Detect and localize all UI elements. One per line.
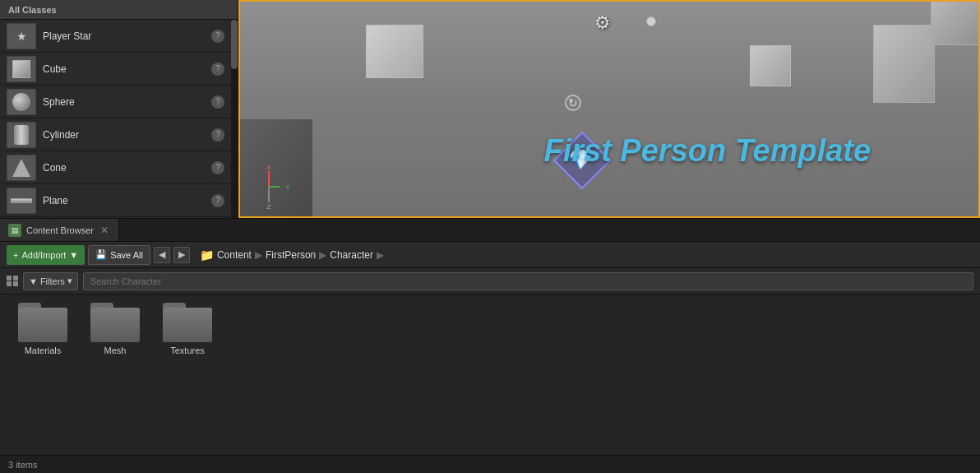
left-panel: All Classes ★ Player Star ? Cube [0,0,238,218]
add-import-dropdown-icon: ▼ [69,250,78,260]
compass: X Y Z [247,165,292,210]
folder-body [163,308,212,342]
class-list: ★ Player Star ? Cube ? [0,20,231,218]
folder-materials[interactable]: Materials [13,303,72,355]
cone-icon [12,159,30,177]
cylinder-icon [14,125,29,145]
class-item-player-star[interactable]: ★ Player Star ? [0,20,231,53]
filters-button[interactable]: ▼ Filters ▾ [23,272,78,290]
player-star-info-icon[interactable]: ? [211,30,224,43]
player-star-label: Player Star [43,30,211,42]
scene-cube-2 [750,45,791,86]
breadcrumb: 📁 Content ▶ FirstPerson ▶ Character ▶ [200,248,384,262]
content-browser-tab-bar: ▤ Content Browser ✕ [0,219,980,242]
plane-label: Plane [43,195,211,206]
folder-body [18,308,67,342]
breadcrumb-sep-1: ▶ [255,249,262,261]
content-browser-tab-icon: ▤ [8,224,21,237]
grid-view-icon [7,276,18,287]
top-area: All Classes ★ Player Star ? Cube [0,0,980,218]
nav-back-button[interactable]: ◀ [154,247,170,263]
cb-tab-icon-text: ▤ [12,226,19,234]
cube-icon [12,60,30,78]
cylinder-info-icon[interactable]: ? [211,128,224,141]
add-import-button[interactable]: + Add/Import ▼ [7,245,85,265]
status-bar: 3 items [0,455,980,473]
breadcrumb-character[interactable]: Character [330,249,373,261]
all-classes-header: All Classes [0,0,238,20]
save-all-label: Save All [110,250,143,260]
content-browser-content: Materials Mesh Textures [0,294,980,455]
folder-mesh[interactable]: Mesh [86,303,145,355]
cube-info-icon[interactable]: ? [211,63,224,76]
sphere-icon [12,93,30,111]
folder-materials-icon [18,303,67,342]
filter-icon: ▼ [29,276,38,286]
grid-cell-3 [7,281,12,286]
svg-text:Y: Y [285,183,290,191]
scene-cube-4 [931,0,980,45]
viewport[interactable]: ⚙ ↻ 💎 First Person Template X Y Z [238,0,980,218]
breadcrumb-sep-3: ▶ [377,249,384,261]
cone-icon-box [7,155,36,181]
plane-info-icon[interactable]: ? [211,194,224,207]
plane-icon-box [7,188,36,214]
class-item-cube[interactable]: Cube ? [0,53,231,86]
viewport-title: First Person Template [543,133,871,169]
all-classes-label: All Classes [8,5,57,15]
class-item-cylinder[interactable]: Cylinder ? [0,118,231,151]
content-browser: ▤ Content Browser ✕ + Add/Import ▼ 💾 Sav… [0,218,980,473]
folder-body [90,308,140,342]
class-item-cone[interactable]: Cone ? [0,151,231,184]
scene-cube-1 [366,25,423,78]
class-item-sphere[interactable]: Sphere ? [0,86,231,118]
move-indicator: ↻ [565,95,581,111]
sphere-icon-box [7,89,36,115]
grid-cell-4 [13,281,18,286]
cylinder-label: Cylinder [43,129,211,141]
class-list-wrapper: ★ Player Star ? Cube ? [0,20,238,218]
grid-cell-1 [7,276,12,281]
breadcrumb-firstperson[interactable]: FirstPerson [266,249,316,261]
player-star-icon-box: ★ [7,23,36,49]
grid-cell-2 [13,276,18,281]
nav-forward-button[interactable]: ▶ [173,247,190,263]
class-list-scrollbar[interactable] [231,20,238,218]
cylinder-icon-box [7,122,36,148]
player-star-icon: ★ [12,27,30,45]
folder-textures-icon [163,303,212,342]
folder-mesh-icon [90,303,140,342]
content-browser-tab[interactable]: ▤ Content Browser ✕ [0,219,119,241]
folder-textures-label: Textures [170,345,205,355]
search-input[interactable] [83,272,973,290]
svg-text:Z: Z [267,203,271,210]
breadcrumb-sep-2: ▶ [319,249,326,261]
folder-materials-label: Materials [25,345,62,355]
add-import-label: Add/Import [21,250,66,260]
add-import-plus-icon: + [13,250,18,260]
player-gear-icon: ⚙ [594,12,611,34]
cone-label: Cone [43,162,211,174]
item-count: 3 items [8,460,37,470]
breadcrumb-folder-icon: 📁 [200,248,214,262]
content-browser-tab-close[interactable]: ✕ [99,225,110,236]
scene-cube-3 [873,25,935,103]
scene-sphere [646,16,656,26]
filters-dropdown-icon: ▾ [67,276,72,286]
cube-label: Cube [43,63,211,75]
class-item-plane[interactable]: Plane ? [0,184,231,217]
save-all-button[interactable]: 💾 Save All [88,245,150,265]
filters-label: Filters [40,276,65,286]
sphere-info-icon[interactable]: ? [211,95,224,109]
content-browser-toolbar: + Add/Import ▼ 💾 Save All ◀ ▶ 📁 Content … [0,242,980,268]
cone-info-icon[interactable]: ? [211,161,224,174]
cube-icon-box [7,56,36,82]
folder-textures[interactable]: Textures [158,303,217,355]
content-browser-tab-label: Content Browser [26,225,94,235]
svg-text:X: X [266,165,271,171]
save-icon: 💾 [95,249,107,260]
content-browser-filters: ▼ Filters ▾ [0,268,980,294]
breadcrumb-content[interactable]: Content [217,249,252,261]
view-grid-button[interactable] [7,276,18,287]
sphere-label: Sphere [43,96,211,108]
